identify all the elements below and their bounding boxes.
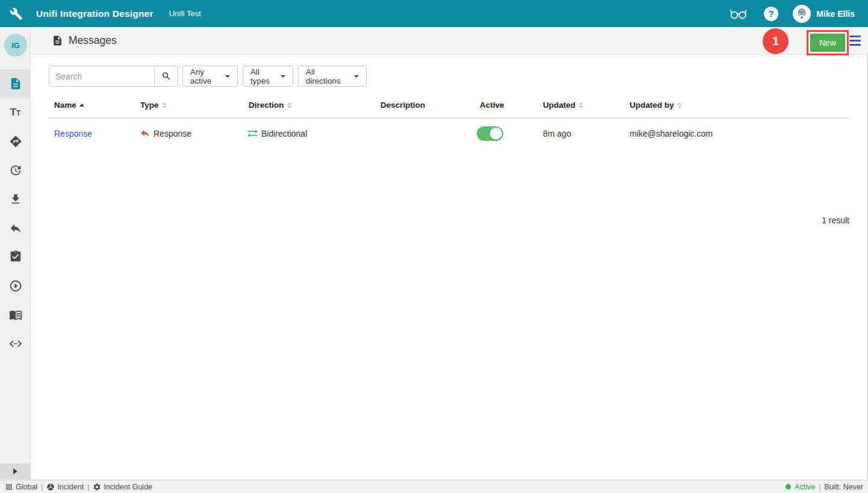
- active-toggle[interactable]: [477, 126, 503, 141]
- type-cell: Response: [153, 129, 191, 138]
- search-button[interactable]: [154, 66, 178, 87]
- result-count: 1 result: [822, 215, 849, 225]
- separator: |: [41, 483, 43, 491]
- grid-icon: [5, 483, 13, 491]
- search-input[interactable]: [49, 66, 155, 87]
- status-active-label: Active: [795, 483, 815, 491]
- chevron-down-icon: [225, 75, 230, 78]
- wrench-icon: [10, 7, 23, 20]
- sidebar-expand-button[interactable]: [0, 464, 31, 479]
- application-item[interactable]: Incident: [46, 483, 84, 491]
- reply-icon: [9, 222, 22, 235]
- column-header-active: Active: [480, 101, 504, 110]
- app-title: Unifi Integration Designer: [36, 8, 153, 19]
- updated-cell: 8m ago: [543, 129, 571, 138]
- status-bar: Global | Incident | Incident Guide Activ…: [0, 480, 868, 493]
- annotation-highlight-box: New: [807, 30, 849, 55]
- app-window: Unifi Integration Designer Unifi Test ?: [0, 0, 868, 493]
- integration-item[interactable]: Incident Guide: [93, 483, 152, 491]
- scope-item[interactable]: Global: [5, 483, 37, 491]
- sidebar-item-tasks[interactable]: [0, 242, 31, 271]
- table-row: Response Response Bidirectional 8m ago m…: [49, 119, 849, 149]
- search-icon: [161, 71, 172, 81]
- new-button[interactable]: New: [810, 34, 845, 52]
- column-header-updated-by[interactable]: Updated by: [630, 101, 682, 110]
- book-icon: [9, 308, 22, 321]
- sidebar-item-import[interactable]: [0, 185, 31, 214]
- annotation-step-badge: 1: [763, 28, 789, 54]
- direction-filter-dropdown[interactable]: All directions: [298, 66, 367, 87]
- sidebar-item-messages[interactable]: [0, 69, 31, 98]
- response-type-icon: [140, 128, 150, 138]
- type-filter-dropdown[interactable]: All types: [243, 66, 293, 87]
- sidebar-item-history[interactable]: [0, 156, 31, 185]
- chevron-down-icon: [354, 75, 359, 78]
- column-header-description: Description: [380, 101, 425, 110]
- clipboard-check-icon: [9, 250, 22, 263]
- sort-icon: [287, 102, 292, 108]
- table-header: Name Type Direction Description Active U…: [49, 95, 849, 119]
- sidebar-item-responses[interactable]: [0, 214, 31, 243]
- sidebar-item-documentation[interactable]: [0, 300, 31, 329]
- history-icon: [9, 164, 22, 177]
- sort-icon: [578, 102, 583, 108]
- direction-cell: Bidirectional: [261, 129, 307, 138]
- chevron-down-icon: [281, 75, 285, 78]
- page-title: Messages: [69, 34, 117, 47]
- expand-arrow-icon: [13, 468, 17, 474]
- gear-icon: [93, 483, 101, 491]
- sidebar: IG TT: [0, 27, 31, 480]
- built-label: Built: Never: [824, 483, 863, 491]
- instance-name: Unifi Test: [169, 9, 201, 18]
- text-fields-icon: TT: [10, 107, 21, 117]
- separator: |: [819, 483, 820, 491]
- sidebar-item-run[interactable]: [0, 271, 31, 300]
- user-menu[interactable]: Mike Ellis: [816, 9, 855, 19]
- messages-icon: [52, 35, 63, 46]
- help-icon[interactable]: ?: [764, 7, 778, 21]
- sort-icon: [162, 102, 167, 108]
- directions-icon: [9, 135, 22, 148]
- bidirectional-icon: [247, 128, 258, 139]
- preview-glasses-icon[interactable]: [729, 7, 748, 21]
- sidebar-item-scripts[interactable]: [0, 329, 31, 358]
- user-avatar[interactable]: [793, 5, 811, 23]
- column-header-type[interactable]: Type: [140, 101, 167, 110]
- integration-avatar[interactable]: IG: [4, 34, 27, 57]
- toggle-knob: [490, 128, 502, 140]
- play-circle-icon: [9, 279, 22, 293]
- download-icon: [9, 193, 22, 206]
- sort-asc-icon: [79, 104, 84, 107]
- separator: |: [87, 483, 89, 491]
- menu-icon[interactable]: [849, 36, 861, 46]
- document-icon: [9, 77, 22, 90]
- top-header: Unifi Integration Designer Unifi Test ?: [0, 0, 868, 27]
- column-header-name[interactable]: Name: [54, 101, 84, 110]
- column-header-updated[interactable]: Updated: [543, 101, 583, 110]
- sort-icon: [677, 102, 682, 108]
- active-filter-dropdown[interactable]: Any active: [182, 66, 238, 87]
- code-icon: [9, 337, 22, 350]
- message-name-link[interactable]: Response: [54, 129, 92, 138]
- page-header: Messages: [31, 27, 868, 55]
- process-wheel-icon: [46, 483, 55, 491]
- status-dot: [786, 484, 791, 489]
- column-header-direction[interactable]: Direction: [249, 101, 292, 110]
- sidebar-item-fields[interactable]: TT: [0, 98, 31, 126]
- sidebar-item-directions[interactable]: [0, 127, 31, 156]
- updated-by-cell: mike@sharelogic.com: [630, 129, 713, 138]
